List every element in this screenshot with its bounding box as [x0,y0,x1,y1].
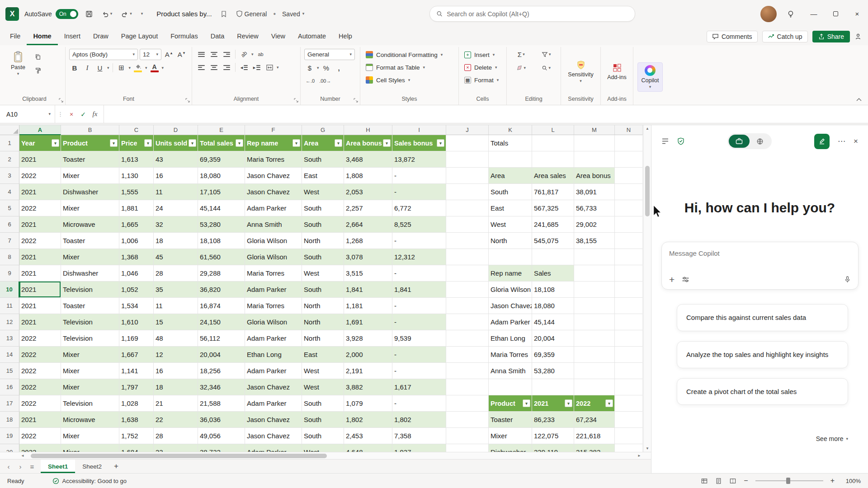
row-header-9[interactable]: 9 [0,265,19,282]
column-header-I[interactable]: I [392,125,446,135]
ribbon-tab-draw[interactable]: Draw [87,28,115,45]
cell-F3[interactable]: Jason Chavez [245,168,302,184]
cell-I7[interactable]: - [392,233,446,249]
cell-E11[interactable]: 16,874 [198,298,245,314]
profile-avatar[interactable] [760,6,777,22]
cell-E12[interactable]: 24,150 [198,314,245,330]
cell-E7[interactable]: 18,108 [198,233,245,249]
cell-B2[interactable]: Toaster [61,151,119,168]
alignment-dialog-launcher[interactable] [294,98,298,103]
microphone-icon[interactable] [844,276,851,283]
chat-history-icon[interactable] [661,138,669,145]
cell-C15[interactable]: 1,141 [119,363,154,379]
accessibility-status[interactable]: Accessibility: Good to go [52,478,127,484]
cell-M13[interactable] [574,330,615,347]
new-chat-button[interactable] [814,134,830,149]
cell-C10[interactable]: 1,052 [119,282,154,298]
bold-button[interactable]: B [69,62,80,73]
row-header-19[interactable]: 19 [0,428,19,444]
filter-button-A1[interactable]: ▾ [52,139,59,147]
cell-G4[interactable]: West [302,184,344,200]
decrease-font-size-button[interactable]: A▾ [176,49,187,60]
format-as-table-button[interactable]: Format as Table▾ [364,61,455,73]
row-header-12[interactable]: 12 [0,314,19,330]
cell-D11[interactable]: 11 [154,298,198,314]
paste-button[interactable]: Paste ▾ [7,49,29,94]
clear-button[interactable]: ▾ [510,62,532,73]
cell-A3[interactable]: 2022 [19,168,61,184]
cell-M7[interactable]: 38,155 [574,233,615,249]
cell-F8[interactable]: Gloria Wilson [245,249,302,265]
row-header-18[interactable]: 18 [0,412,19,428]
cell-J14[interactable] [446,347,489,363]
cell-J17[interactable] [446,395,489,412]
cell-F2[interactable]: Maria Torres [245,151,302,168]
cell-J13[interactable] [446,330,489,347]
cancel-icon[interactable]: × [66,105,77,123]
redo-button[interactable]: ▾ [119,9,134,19]
cell-D19[interactable]: 28 [154,428,198,444]
cell-D3[interactable]: 16 [154,168,198,184]
cell-I17[interactable]: - [392,395,446,412]
cell-E6[interactable]: 53,280 [198,216,245,233]
cell-J9[interactable] [446,265,489,282]
cell-L3[interactable]: Area sales [532,168,574,184]
autosave-pill[interactable]: On [56,9,78,19]
cell-N19[interactable] [615,428,643,444]
collapse-ribbon-button[interactable] [856,98,862,101]
cell-H3[interactable]: 1,808 [344,168,392,184]
autosum-button[interactable]: Σ▾ [510,49,532,60]
cell-G9[interactable]: West [302,265,344,282]
column-header-K[interactable]: K [489,125,532,135]
row-header-5[interactable]: 5 [0,200,19,216]
cell-A2[interactable]: 2021 [19,151,61,168]
customize-quick-access-button[interactable]: ▾ [139,10,145,18]
sensitivity-button[interactable]: Sensitivity ▾ [564,58,597,85]
cell-L1[interactable] [532,135,574,151]
cell-D10[interactable]: 35 [154,282,198,298]
cell-H12[interactable]: 1,691 [344,314,392,330]
cell-G17[interactable]: South [302,395,344,412]
cell-M10[interactable] [574,282,615,298]
cell-B17[interactable]: Television [61,395,119,412]
web-mode-button[interactable] [750,135,770,148]
addins-button[interactable]: Add-ins [604,61,630,83]
filter-button-M17[interactable]: ▾ [605,399,613,407]
cell-E1[interactable]: Total sales▾ [198,135,245,151]
add-sheet-button[interactable]: + [109,460,123,473]
comma-style-button[interactable]: , [334,62,344,73]
cell-D16[interactable]: 18 [154,379,198,395]
cell-B4[interactable]: Dishwasher [61,184,119,200]
cell-E20[interactable]: 38,732 [198,444,245,452]
insert-function-button[interactable]: fx [89,105,101,123]
decrease-indent-button[interactable]: ◂ [239,62,250,73]
minimize-button[interactable]: — [803,0,825,28]
cell-J5[interactable] [446,200,489,216]
cell-D4[interactable]: 11 [154,184,198,200]
cell-G2[interactable]: South [302,151,344,168]
cell-H11[interactable]: 1,181 [344,298,392,314]
cell-M19[interactable]: 221,618 [574,428,615,444]
cell-K4[interactable]: South [489,184,532,200]
filter-button-G1[interactable]: ▾ [335,139,342,147]
align-center-button[interactable] [208,62,219,73]
cell-K12[interactable]: Adam Parker [489,314,532,330]
cell-A9[interactable]: 2021 [19,265,61,282]
filter-button-C1[interactable]: ▾ [144,139,152,147]
cell-A12[interactable]: 2021 [19,314,61,330]
cell-B20[interactable]: Mixer [61,444,119,452]
cell-N8[interactable] [615,249,643,265]
cell-G19[interactable]: South [302,428,344,444]
cell-K17[interactable]: Product▾ [489,395,532,412]
cell-E15[interactable]: 18,256 [198,363,245,379]
row-header-17[interactable]: 17 [0,395,19,412]
sheet-tab-sheet2[interactable]: Sheet2 [75,460,109,473]
cell-N9[interactable] [615,265,643,282]
column-header-B[interactable]: B [61,125,119,135]
cell-M12[interactable] [574,314,615,330]
cell-H4[interactable]: 2,053 [344,184,392,200]
underline-button[interactable]: U [94,62,105,73]
cell-H16[interactable]: 3,882 [344,379,392,395]
cell-N3[interactable] [615,168,643,184]
cell-E16[interactable]: 32,346 [198,379,245,395]
